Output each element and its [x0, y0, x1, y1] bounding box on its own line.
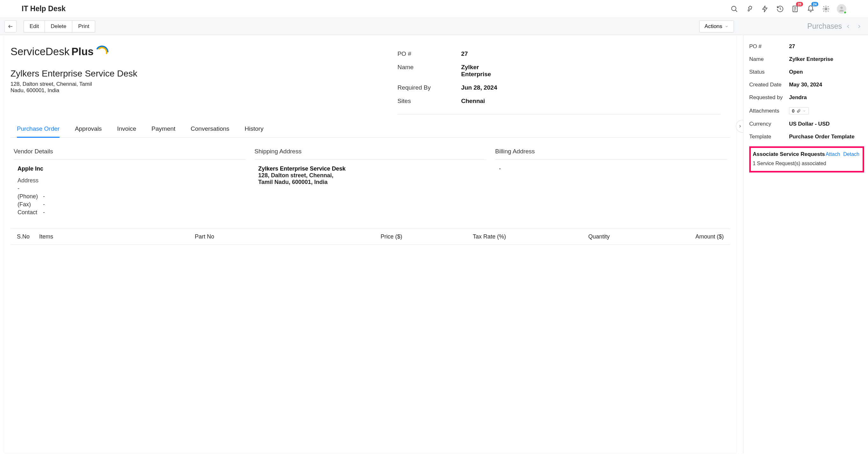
- side-created-label: Created Date: [749, 82, 789, 88]
- side-template-label: Template: [749, 134, 789, 140]
- po-num-label: PO #: [397, 50, 461, 57]
- org-address: 128, Dalton street, Chennai, Tamil Nadu,…: [10, 81, 106, 94]
- shipping-heading: Shipping Address: [254, 148, 486, 160]
- side-panel-collapse-handle[interactable]: [736, 120, 743, 133]
- po-name-value: Zylker Enterprise: [461, 64, 499, 78]
- logo-text-a: ServiceDesk: [10, 46, 69, 58]
- purchases-prev[interactable]: [844, 22, 853, 31]
- vendor-address-value: -: [18, 185, 20, 192]
- vendor-details: Vendor Details Apple Inc Address - (Phon…: [14, 148, 246, 217]
- print-button[interactable]: Print: [72, 20, 95, 32]
- side-po-label: PO #: [749, 44, 789, 50]
- vendor-heading: Vendor Details: [14, 148, 246, 160]
- chevron-right-icon: [738, 124, 742, 128]
- side-name-label: Name: [749, 56, 789, 62]
- logo-text-b: Plus: [71, 46, 94, 58]
- shipping-details: Shipping Address Zylkers Enterprise Serv…: [254, 148, 486, 217]
- svg-point-0: [732, 6, 736, 10]
- toolbar-button-group: Edit Delete Print: [24, 20, 95, 32]
- bolt-icon[interactable]: [761, 4, 769, 13]
- vendor-contact-label: Contact: [18, 209, 40, 216]
- purchases-nav: Purchases: [807, 22, 864, 31]
- side-template-value: Purchase Order Template: [789, 134, 855, 140]
- po-tabs: Purchase Order Approvals Invoice Payment…: [10, 121, 730, 138]
- tab-purchase-order[interactable]: Purchase Order: [17, 121, 60, 138]
- svg-point-6: [825, 8, 827, 9]
- side-currency-value: US Dollar - USD: [789, 121, 830, 127]
- tab-invoice[interactable]: Invoice: [117, 121, 136, 138]
- list-badge: 28: [796, 2, 803, 6]
- po-card: ServiceDesk Plus Zylkers Enterprise Serv…: [4, 35, 737, 453]
- col-qty: Quantity: [506, 233, 610, 240]
- vendor-name: Apple Inc: [18, 166, 246, 172]
- po-num-value: 27: [461, 50, 468, 57]
- side-name-value: Zylker Enterprise: [789, 56, 833, 62]
- actions-label: Actions: [705, 23, 722, 30]
- col-tax: Tax Rate (%): [402, 233, 506, 240]
- top-header: IT Help Desk 28 24: [0, 0, 868, 18]
- svg-point-7: [840, 6, 842, 9]
- app-title: IT Help Desk: [22, 4, 66, 13]
- tab-payment[interactable]: Payment: [152, 121, 176, 138]
- col-price: Price ($): [298, 233, 402, 240]
- items-table-header: S.No Items Part No Price ($) Tax Rate (%…: [10, 229, 730, 245]
- po-name-label: Name: [397, 64, 461, 78]
- actions-button[interactable]: Actions: [699, 20, 734, 32]
- avatar[interactable]: [837, 4, 846, 14]
- svg-line-1: [736, 10, 738, 12]
- vendor-fax-value: -: [43, 201, 45, 208]
- toolbar: Edit Delete Print Actions Purchases: [0, 18, 868, 35]
- pin-icon[interactable]: [745, 4, 754, 13]
- tab-approvals[interactable]: Approvals: [75, 121, 102, 138]
- header-icons: 28 24: [730, 4, 846, 14]
- tab-history[interactable]: History: [245, 121, 263, 138]
- back-button[interactable]: [4, 20, 17, 32]
- attachments-count: 0: [792, 108, 795, 113]
- org-name: Zylkers Enterprise Service Desk: [10, 68, 385, 79]
- side-currency-label: Currency: [749, 121, 789, 127]
- presence-indicator: [843, 11, 847, 14]
- side-po-value: 27: [789, 44, 795, 50]
- side-created-value: May 30, 2024: [789, 82, 822, 88]
- vendor-phone-value: -: [43, 193, 45, 200]
- col-sno: S.No: [17, 233, 39, 240]
- side-panel: PO #27 NameZylker Enterprise StatusOpen …: [743, 35, 868, 453]
- purchases-next[interactable]: [855, 22, 864, 31]
- vendor-fax-label: (Fax): [18, 201, 40, 208]
- side-requestedby-label: Requested by: [749, 94, 789, 101]
- associate-service-requests-box: Associate Service Requests Attach Detach…: [749, 146, 864, 172]
- edit-button[interactable]: Edit: [24, 20, 44, 32]
- history-icon[interactable]: [776, 4, 784, 13]
- col-items: Items: [39, 233, 195, 240]
- search-icon[interactable]: [730, 4, 739, 13]
- assoc-attach-link[interactable]: Attach: [826, 151, 840, 157]
- shipping-address: 128, Dalton street, Chennai, Tamil Nadu,…: [258, 172, 344, 186]
- col-amount: Amount ($): [610, 233, 724, 240]
- list-icon[interactable]: 28: [791, 4, 800, 13]
- side-requestedby-value: Jendra: [789, 94, 807, 101]
- main-column: ServiceDesk Plus Zylkers Enterprise Serv…: [0, 35, 743, 453]
- required-by-value: Jun 28, 2024: [461, 84, 497, 91]
- side-attachments-label: Attachments: [749, 108, 789, 114]
- gear-icon[interactable]: [822, 4, 830, 13]
- chevron-down-icon: [725, 25, 728, 28]
- side-status-label: Status: [749, 69, 789, 75]
- purchases-label: Purchases: [807, 22, 842, 31]
- vendor-contact-value: -: [43, 209, 45, 216]
- required-by-label: Required By: [397, 84, 461, 91]
- assoc-detach-link[interactable]: Detach: [843, 151, 859, 157]
- sites-label: Sites: [397, 97, 461, 105]
- billing-value: -: [499, 166, 727, 172]
- vendor-phone-label: (Phone): [18, 193, 40, 200]
- bell-icon[interactable]: 24: [806, 4, 815, 13]
- vendor-address-label: Address: [18, 177, 246, 184]
- bell-badge: 24: [811, 2, 818, 6]
- billing-details: Billing Address -: [495, 148, 727, 217]
- delete-button[interactable]: Delete: [44, 20, 72, 32]
- assoc-summary: 1 Service Request(s) associated: [753, 161, 859, 166]
- attachments-pill[interactable]: 0: [789, 107, 809, 114]
- po-header-fields: PO # 27 Name Zylker Enterprise Required …: [397, 47, 720, 114]
- tab-conversations[interactable]: Conversations: [191, 121, 229, 138]
- side-status-value: Open: [789, 69, 803, 75]
- shipping-name: Zylkers Enterprise Service Desk: [258, 166, 486, 172]
